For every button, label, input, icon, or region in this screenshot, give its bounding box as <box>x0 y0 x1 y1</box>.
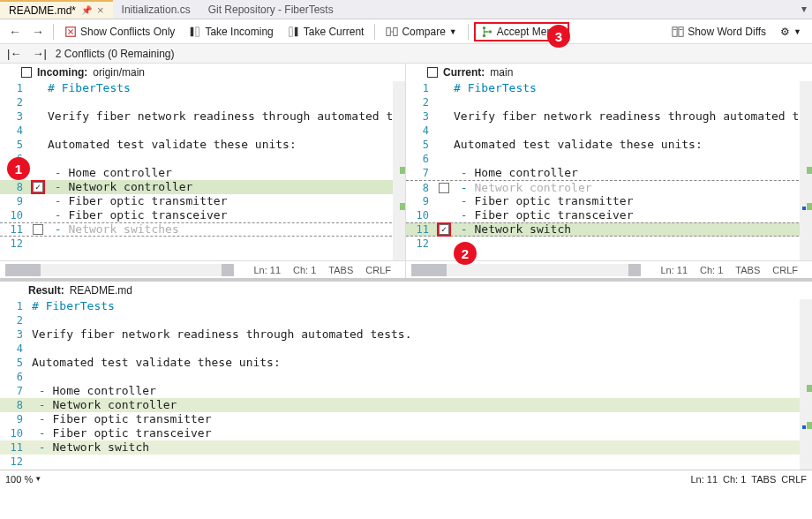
tab-git-repository[interactable]: Git Repository - FiberTests <box>199 0 342 19</box>
code-line[interactable]: 12 <box>0 455 812 469</box>
checkbox-gutter <box>436 183 452 193</box>
code-line[interactable]: 6 <box>406 152 812 166</box>
tab-readme[interactable]: README.md* 📌 × <box>0 0 113 19</box>
line-number: 11 <box>0 222 30 237</box>
code-line[interactable]: 2 <box>406 95 812 109</box>
current-code[interactable]: 1# FiberTests2 3Verify fiber network rea… <box>406 81 812 260</box>
conflict-checkbox[interactable] <box>33 224 43 235</box>
line-text: # FiberTests <box>46 81 405 95</box>
pane-marker-icon <box>21 67 32 78</box>
code-line[interactable]: 1# FiberTests <box>406 81 812 95</box>
code-line[interactable]: 10 - Fiber optic transceiver <box>406 208 812 222</box>
code-line[interactable]: 1# FiberTests <box>0 81 405 95</box>
settings-button[interactable]: ⚙ ▼ <box>775 24 807 40</box>
tab-initialization[interactable]: Initialization.cs <box>113 0 199 19</box>
code-line[interactable]: 4 <box>406 124 812 138</box>
take-current-button[interactable]: Take Current <box>282 24 370 40</box>
vertical-scrollbar[interactable] <box>800 81 812 260</box>
svg-rect-6 <box>394 27 397 35</box>
status-crlf: CRLF <box>781 474 807 485</box>
code-line[interactable]: 3Verify fiber network readiness through … <box>0 109 405 124</box>
nav-back-icon[interactable]: ← <box>5 25 25 39</box>
tab-label: README.md* <box>9 4 76 17</box>
status-ch: Ch: 1 <box>293 265 316 275</box>
code-line[interactable]: 8 - Network controler <box>406 180 812 194</box>
nav-forward-icon[interactable]: → <box>28 25 48 39</box>
code-line[interactable]: 2 <box>0 313 812 327</box>
pin-icon[interactable]: 📌 <box>81 5 92 15</box>
code-line[interactable]: 12 <box>0 237 405 251</box>
pane-marker-icon <box>427 67 438 78</box>
zoom-control[interactable]: 100 % ▼ <box>5 474 41 485</box>
result-header: Result: README.md <box>0 282 812 299</box>
show-word-diffs-button[interactable]: Show Word Diffs <box>666 24 771 40</box>
prev-conflict-icon[interactable]: |← <box>5 47 23 60</box>
status-crlf: CRLF <box>365 265 391 275</box>
conflict-checkbox[interactable] <box>33 182 43 192</box>
conflict-checkbox[interactable] <box>439 183 449 193</box>
code-line[interactable]: 4 <box>0 342 812 356</box>
code-line[interactable]: 10 - Fiber optic transceiver <box>0 208 405 222</box>
code-line[interactable]: 5Automated test validate these units: <box>0 138 405 152</box>
line-text <box>452 95 812 109</box>
line-text: - Network switches <box>46 222 405 237</box>
status-tabs: TABS <box>751 474 776 485</box>
code-line[interactable]: 6 <box>0 370 812 384</box>
code-line[interactable]: 4 <box>0 124 405 138</box>
conflicts-count: 2 Conflicts (0 Remaining) <box>56 48 175 60</box>
line-text: Automated test validate these units: <box>452 138 812 152</box>
close-icon[interactable]: × <box>97 4 104 17</box>
conflicts-icon <box>64 26 77 38</box>
line-text: - Network controler <box>452 181 812 195</box>
svg-point-8 <box>482 34 485 37</box>
status-tabs: TABS <box>328 265 353 275</box>
take-incoming-button[interactable]: Take Incoming <box>184 24 278 40</box>
code-line[interactable]: 9 - Fiber optic transmitter <box>0 194 405 208</box>
vertical-scrollbar[interactable] <box>800 299 812 470</box>
code-line[interactable]: 11 - Network switches <box>0 222 405 237</box>
code-line[interactable]: 7 - Home controller <box>406 166 812 180</box>
svg-rect-10 <box>673 26 677 36</box>
code-line[interactable]: 6 <box>0 152 405 166</box>
code-line[interactable]: 2 <box>0 95 405 109</box>
code-line[interactable]: 5Automated test validate these units: <box>406 138 812 152</box>
code-line[interactable]: 9 - Fiber optic transmitter <box>406 194 812 208</box>
code-line[interactable]: 9 - Fiber optic transmitter <box>0 412 812 426</box>
tab-label: Git Repository - FiberTests <box>208 4 334 16</box>
code-line[interactable]: 8 - Network controller <box>0 180 405 194</box>
vertical-scrollbar[interactable] <box>393 81 405 260</box>
separator <box>53 24 54 40</box>
line-number: 2 <box>0 313 30 327</box>
code-line[interactable]: 3Verify fiber network readiness through … <box>406 109 812 124</box>
incoming-code[interactable]: 1# FiberTests2 3Verify fiber network rea… <box>0 81 405 260</box>
line-text: - Home controller <box>452 166 812 180</box>
tab-overflow-icon[interactable]: ▾ <box>801 3 807 15</box>
incoming-status: Ln: 11 Ch: 1 TABS CRLF <box>0 260 405 278</box>
next-conflict-icon[interactable]: →| <box>30 47 48 60</box>
line-text: - Network controller <box>30 398 812 412</box>
code-line[interactable]: 11 - Network switch <box>0 440 812 455</box>
result-code[interactable]: 1# FiberTests2 3Verify fiber network rea… <box>0 299 812 470</box>
code-line[interactable]: 7 - Home controller <box>0 384 812 398</box>
code-line[interactable]: 3Verify fiber network readiness through … <box>0 327 812 342</box>
line-text: # FiberTests <box>30 299 812 313</box>
code-line[interactable]: 11 - Network switch <box>406 222 812 237</box>
show-conflicts-button[interactable]: Show Conflicts Only <box>59 24 180 40</box>
tab-label: Initialization.cs <box>122 4 191 16</box>
incoming-pane: Incoming: origin/main 1# FiberTests2 3Ve… <box>0 64 406 278</box>
code-line[interactable]: 7 - Home controller <box>0 166 405 180</box>
horizontal-scrollbar[interactable] <box>5 264 234 276</box>
line-number: 10 <box>0 426 30 440</box>
conflict-checkbox[interactable] <box>439 224 449 235</box>
code-line[interactable]: 1# FiberTests <box>0 299 812 313</box>
code-line[interactable]: 10 - Fiber optic transceiver <box>0 426 812 440</box>
result-title-file: README.md <box>70 284 132 297</box>
line-text <box>46 95 405 109</box>
line-number: 10 <box>0 208 30 222</box>
compare-button[interactable]: Compare ▼ <box>380 24 462 40</box>
code-line[interactable]: 8 - Network controller <box>0 398 812 412</box>
code-line[interactable]: 5Automated test validate these units: <box>0 356 812 370</box>
svg-rect-1 <box>191 26 194 36</box>
horizontal-scrollbar[interactable] <box>411 264 641 276</box>
button-label: Show Conflicts Only <box>80 26 175 38</box>
